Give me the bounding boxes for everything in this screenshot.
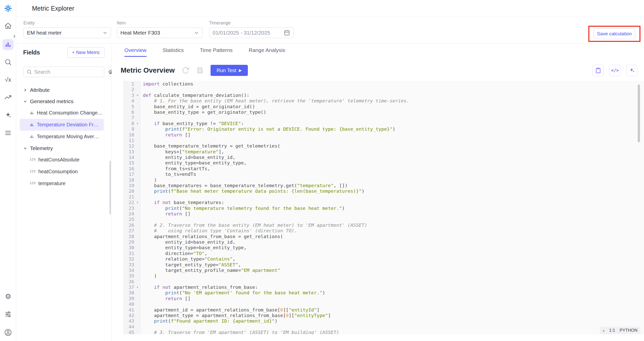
code-line[interactable]: 6 base_entity_type = get_originator_type… — [123, 109, 644, 115]
fields-panel-scrollbar[interactable] — [110, 161, 111, 214]
tab-time-patterns[interactable]: Time Patterns — [200, 47, 233, 57]
app-logo-icon[interactable] — [4, 4, 12, 12]
code-line[interactable]: 12 base_temperature_telemetry = get_tele… — [123, 143, 644, 149]
code-line[interactable]: 9 print(f"Error: Originator entity is no… — [123, 126, 644, 132]
code-line[interactable]: 38 print("No 'EM apartment' found for th… — [123, 290, 644, 296]
code-view-button[interactable]: </> — [609, 65, 621, 76]
code-line[interactable]: 2 — [123, 87, 644, 92]
code-line[interactable]: 44 — [123, 324, 644, 330]
tree-section-generated-metrics[interactable]: Generated metrics — [20, 96, 105, 107]
code-line[interactable]: 19 base_temperatures = base_temperature_… — [123, 183, 644, 188]
code-line[interactable]: 14 entity_id=base_entity_id, — [123, 155, 644, 160]
code-line[interactable]: 7 — [123, 115, 644, 121]
save-calculation-button[interactable]: Save calculation — [594, 29, 635, 39]
copy-clipboard-button[interactable] — [592, 65, 604, 76]
tree-section-attribute[interactable]: Attribute — [20, 84, 105, 96]
tree-item[interactable]: Temperature Moving Aver… — [20, 131, 104, 143]
save-draft-button[interactable] — [196, 67, 204, 74]
fold-marker-icon[interactable]: ▾ — [134, 121, 141, 126]
tree-item[interactable]: Heat Consumption Change… — [20, 107, 104, 119]
line-number: 5 — [123, 104, 134, 109]
tree-section-telemetry[interactable]: Telemetry — [20, 143, 105, 154]
code-line[interactable]: 25 — [123, 217, 644, 222]
formula-icon[interactable]: √x — [5, 76, 11, 83]
code-line[interactable]: 10 return [] — [123, 132, 644, 138]
sliders-icon[interactable] — [4, 310, 12, 318]
code-line[interactable]: 20 print(f"Base heat meter temperature d… — [123, 188, 644, 194]
code-line[interactable]: 28 apartment_relations_from_base = get_r… — [123, 234, 644, 239]
new-metric-button[interactable]: + New Metric — [67, 47, 105, 58]
code-line[interactable]: 11 — [123, 138, 644, 143]
code-text: apartment_relations_from_base = get_rela… — [141, 234, 283, 239]
trend-icon[interactable] — [4, 94, 12, 101]
code-line[interactable]: 18 ) — [123, 177, 644, 183]
line-number: 14 — [123, 155, 134, 160]
tree-item[interactable]: 123heatConsAbsolute — [20, 154, 104, 166]
code-line[interactable]: 27 # using relation type 'Contains' (dir… — [123, 228, 644, 234]
code-line[interactable]: 21 — [123, 194, 644, 200]
editor-scrollbar[interactable] — [638, 84, 640, 142]
tree-item[interactable]: 123temperature — [20, 178, 104, 189]
code-line[interactable]: 32 relation_type="Contains", — [123, 256, 644, 262]
ai-assist-button[interactable] — [626, 65, 637, 76]
code-line[interactable]: 41 apartment_id = apartment_relations_fr… — [123, 307, 644, 313]
fold-spacer — [134, 318, 141, 324]
code-line[interactable]: 42 apartment_type = apartment_relations_… — [123, 313, 644, 318]
code-line[interactable]: 33 target_entity_type="ASSET", — [123, 262, 644, 268]
timerange-value: 01/01/2025 - 31/12/2025 — [213, 30, 270, 36]
sparkle-icon[interactable] — [4, 111, 12, 119]
tab-range-analysis[interactable]: Range Analysis — [249, 47, 285, 57]
code-line[interactable]: 17 to_ts=endTs — [123, 172, 644, 177]
code-line[interactable]: 29 entity_id=base_entity_id, — [123, 239, 644, 245]
search-box[interactable] — [23, 67, 104, 77]
sidebar-expand-icon[interactable]: › — [13, 33, 15, 39]
code-line[interactable]: 45 # 3. Traverse from 'EM apartment' (AS… — [123, 330, 644, 334]
code-line[interactable]: 34 target_entity_profile_name="EM apartm… — [123, 268, 644, 273]
code-line[interactable]: 43 print(f"Found apartment ID: {apartmen… — [123, 318, 644, 324]
tab-statistics[interactable]: Statistics — [163, 47, 184, 57]
code-line[interactable]: 4 # 1. For the base entity (EM heat mete… — [123, 98, 644, 104]
entity-select[interactable]: EM heat meter — [23, 27, 111, 38]
home-icon[interactable] — [4, 22, 12, 30]
fold-marker-icon[interactable]: ▾ — [134, 93, 141, 98]
code-line[interactable]: 30 entity_type=base_entity_type, — [123, 245, 644, 250]
code-line[interactable]: 22▾ if not base_temperatures: — [123, 200, 644, 205]
code-line[interactable]: 5 base_entity_id = get_originator_id() — [123, 104, 644, 109]
statusbar-collapse-icon[interactable]: ‹ — [603, 328, 605, 333]
code-line[interactable]: 40 — [123, 301, 644, 307]
item-select[interactable]: Heat Meter F303 — [117, 27, 202, 38]
user-avatar-icon[interactable] — [4, 328, 12, 336]
code-line[interactable]: 31 direction="TO", — [123, 251, 644, 256]
code-text: to_ts=endTs — [141, 172, 196, 177]
code-editor[interactable]: 1import collections23▾def calculate_temp… — [123, 81, 644, 334]
fold-marker-icon[interactable]: ▾ — [134, 200, 141, 205]
code-line[interactable]: 24 return [] — [123, 211, 644, 217]
sidebar-item-metric-explorer[interactable] — [3, 39, 14, 50]
code-line[interactable]: 1import collections — [123, 81, 644, 87]
code-text: if base_entity_type != "DEVICE": — [141, 121, 244, 126]
code-line[interactable]: 3▾def calculate_temperature_deviation(): — [123, 93, 644, 98]
code-line[interactable]: 8▾ if base_entity_type != "DEVICE": — [123, 121, 644, 126]
settings-gear-icon[interactable]: ⚙ — [5, 293, 11, 300]
code-line[interactable]: 35 ) — [123, 273, 644, 279]
refresh-button[interactable] — [182, 67, 189, 74]
code-line[interactable]: 39 return [] — [123, 296, 644, 301]
code-line[interactable]: 13 keys=["temperature"], — [123, 149, 644, 155]
tree-item[interactable]: 123heatConsumption — [20, 166, 104, 178]
explore-search-icon[interactable] — [4, 58, 12, 66]
editor-status-bar: ‹ 1:1 PYTHON — [600, 327, 640, 334]
code-line[interactable]: 15 entity_type=base_entity_type, — [123, 160, 644, 166]
code-line[interactable]: 26 # 2. Traverse from the base entity (E… — [123, 222, 644, 228]
tree-item[interactable]: Temperature Deviation Fr… — [20, 119, 104, 131]
fold-marker-icon[interactable]: ▾ — [134, 285, 141, 290]
timerange-picker[interactable]: 01/01/2025 - 31/12/2025 — [209, 27, 294, 38]
menu-lines-icon[interactable] — [4, 129, 12, 137]
code-line[interactable]: 37▾ if not apartment_relations_from_base… — [123, 285, 644, 290]
tab-overview[interactable]: Overview — [124, 47, 147, 57]
run-test-button[interactable]: Run Test ▶ — [211, 65, 248, 76]
language-badge: PYTHON — [620, 328, 637, 333]
code-line[interactable]: 16 from_ts=startTs, — [123, 166, 644, 172]
search-input[interactable] — [34, 69, 101, 75]
code-line[interactable]: 23 print("No temperature telemetry found… — [123, 206, 644, 211]
code-line[interactable]: 36 — [123, 279, 644, 285]
